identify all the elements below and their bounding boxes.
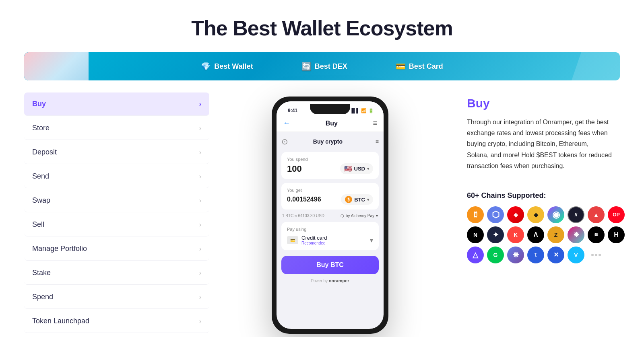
buy-crypto-subheader: ⊙ Buy crypto ≡ bbox=[281, 137, 379, 146]
chain-tron: ◈ bbox=[507, 206, 524, 223]
sidebar-item-swap[interactable]: Swap › bbox=[24, 189, 209, 212]
chain-near: N bbox=[467, 226, 484, 243]
chain-moonbeam: ❋ bbox=[568, 226, 584, 243]
sidebar-item-swap-label: Swap bbox=[32, 196, 50, 205]
chain-ethereum: ⬡ bbox=[487, 206, 504, 223]
caret-down-icon: ▾ bbox=[367, 166, 369, 171]
chevron-right-icon: › bbox=[199, 294, 201, 301]
status-icons: ▐▌▌ 📶 🔋 bbox=[350, 108, 374, 113]
back-button[interactable]: ← bbox=[283, 119, 290, 127]
sidebar-item-spend-label: Spend bbox=[32, 293, 53, 301]
get-currency-selector[interactable]: ₿ BTC ▾ bbox=[341, 194, 373, 205]
sidebar-item-send-label: Send bbox=[32, 172, 49, 181]
pay-method-info: 💳 Credit card Recomended bbox=[287, 235, 327, 245]
provider-caret: ▾ bbox=[376, 214, 378, 218]
sidebar-item-spend[interactable]: Spend › bbox=[24, 286, 209, 309]
chevron-right-icon: › bbox=[199, 101, 201, 108]
usd-flag: 🇺🇸 bbox=[344, 165, 352, 173]
get-label: You get bbox=[287, 188, 373, 193]
phone-screen: 9:41 ▐▌▌ 📶 🔋 ← Buy ≡ ⊙ bbox=[277, 101, 384, 329]
chain-solana: ◉ bbox=[547, 206, 564, 223]
buy-button[interactable]: Buy BTC bbox=[281, 256, 379, 274]
phone-notch bbox=[310, 104, 350, 114]
sidebar-item-manage-portfolio-label: Manage Portfolio bbox=[32, 245, 87, 253]
chevron-right-icon: › bbox=[199, 149, 201, 156]
chain-purp: ❋ bbox=[507, 247, 524, 263]
sidebar-item-deposit-label: Deposit bbox=[32, 148, 57, 156]
spend-currency: USD bbox=[354, 166, 365, 172]
info-title: Buy bbox=[467, 97, 612, 110]
menu-icon[interactable]: ≡ bbox=[373, 119, 377, 127]
chevron-right-icon: › bbox=[199, 245, 201, 253]
phone-section: 9:41 ▐▌▌ 📶 🔋 ← Buy ≡ ⊙ bbox=[209, 92, 451, 337]
sidebar-item-sell-label: Sell bbox=[32, 220, 44, 229]
wallet-icon: 💎 bbox=[201, 62, 211, 71]
get-input-row: 0.00152496 ₿ BTC ▾ bbox=[287, 194, 373, 205]
pay-method-name: Credit card bbox=[301, 235, 327, 241]
tab-bar: 💎 Best Wallet 🔄 Best DEX 💳 Best Card bbox=[24, 52, 620, 80]
sidebar-item-stake-label: Stake bbox=[32, 269, 51, 277]
powered-by: Power by onramper bbox=[281, 278, 379, 286]
options-icon[interactable]: ≡ bbox=[376, 138, 379, 145]
signal-icon: ▐▌▌ bbox=[350, 108, 359, 113]
sidebar: Buy › Store › Deposit › Send › Swap › Se… bbox=[24, 92, 209, 337]
chain-vet: V bbox=[568, 247, 584, 263]
pay-option[interactable]: 💳 Credit card Recomended ▾ bbox=[287, 235, 373, 245]
rate-text: 1 BTC ≈ 64103.30 USD bbox=[282, 214, 324, 218]
phone-header: ← Buy ≡ bbox=[277, 116, 384, 132]
battery-icon: 🔋 bbox=[368, 108, 374, 113]
sidebar-item-send[interactable]: Send › bbox=[24, 165, 209, 188]
tab-best-wallet[interactable]: 💎 Best Wallet bbox=[177, 62, 277, 71]
sidebar-item-stake[interactable]: Stake › bbox=[24, 261, 209, 285]
chain-zcash: Z bbox=[547, 226, 564, 243]
spend-currency-selector[interactable]: 🇺🇸 USD ▾ bbox=[340, 163, 373, 174]
btc-icon: ₿ bbox=[345, 196, 352, 203]
spend-label: You spend bbox=[287, 157, 373, 162]
dropdown-icon: ▾ bbox=[370, 236, 373, 244]
sidebar-item-token-launchpad[interactable]: Token Launchpad › bbox=[24, 310, 209, 333]
sidebar-item-sell[interactable]: Sell › bbox=[24, 213, 209, 236]
chain-bnb: ◆ bbox=[527, 206, 544, 223]
sidebar-item-store-label: Store bbox=[32, 124, 50, 132]
get-input-box: You get 0.00152496 ₿ BTC ▾ bbox=[281, 183, 379, 210]
sidebar-item-buy[interactable]: Buy › bbox=[24, 92, 209, 116]
page-title: The Best Wallet Ecosystem bbox=[0, 0, 644, 52]
chevron-right-icon: › bbox=[199, 173, 201, 180]
pay-method-details: Credit card Recomended bbox=[301, 235, 327, 245]
chains-grid: ₿ ⬡ ◈ ◆ ◉ // ▲ OP N ✦ K Λ Z ❋ ≋ H △ G ❋ … bbox=[467, 206, 612, 263]
toggle-icon[interactable]: ⊙ bbox=[281, 137, 288, 146]
spend-input-box: You spend 100 🇺🇸 USD ▾ bbox=[281, 152, 379, 179]
phone-body: ⊙ Buy crypto ≡ You spend 100 🇺🇸 USD ▾ bbox=[277, 132, 384, 329]
spend-value[interactable]: 100 bbox=[287, 164, 302, 174]
chevron-right-icon: › bbox=[199, 197, 201, 204]
info-description: Through our integration of Onramper, get… bbox=[467, 117, 612, 171]
get-value[interactable]: 0.00152496 bbox=[287, 196, 321, 203]
spend-input-row: 100 🇺🇸 USD ▾ bbox=[287, 163, 373, 174]
sidebar-item-manage-portfolio[interactable]: Manage Portfolio › bbox=[24, 237, 209, 261]
chevron-right-icon: › bbox=[199, 221, 201, 228]
chain-algo: Λ bbox=[527, 226, 544, 243]
tab-best-card-label: Best Card bbox=[409, 62, 443, 71]
chain-cosmos: ✦ bbox=[487, 226, 504, 243]
chains-label: 60+ Chains Supported: bbox=[467, 191, 612, 200]
pay-recommended-label: Recomended bbox=[301, 241, 327, 245]
tab-best-card[interactable]: 💳 Best Card bbox=[372, 62, 467, 71]
chain-wm: ≋ bbox=[588, 226, 605, 243]
chain-tusd: τ bbox=[527, 247, 544, 263]
phone-time: 9:41 bbox=[288, 108, 297, 113]
chain-gst: G bbox=[487, 247, 504, 263]
chain-avax-red: ▲ bbox=[588, 206, 605, 223]
pay-section: Pay using 💳 Credit card Recomended ▾ bbox=[281, 222, 379, 250]
chain-hbar: H bbox=[608, 226, 625, 243]
chevron-right-icon: › bbox=[199, 318, 201, 325]
pay-label: Pay using bbox=[287, 227, 373, 232]
sidebar-item-store[interactable]: Store › bbox=[24, 117, 209, 140]
phone-header-title: Buy bbox=[326, 120, 338, 127]
credit-card-icon: 💳 bbox=[287, 236, 298, 244]
rate-provider: by Alchemy Pay bbox=[346, 214, 374, 218]
tab-best-dex[interactable]: 🔄 Best DEX bbox=[277, 62, 372, 71]
sidebar-item-deposit[interactable]: Deposit › bbox=[24, 141, 209, 164]
chain-more bbox=[588, 247, 605, 263]
sidebar-item-buy-label: Buy bbox=[32, 100, 46, 108]
sidebar-item-secure[interactable]: Secure › bbox=[24, 334, 209, 337]
